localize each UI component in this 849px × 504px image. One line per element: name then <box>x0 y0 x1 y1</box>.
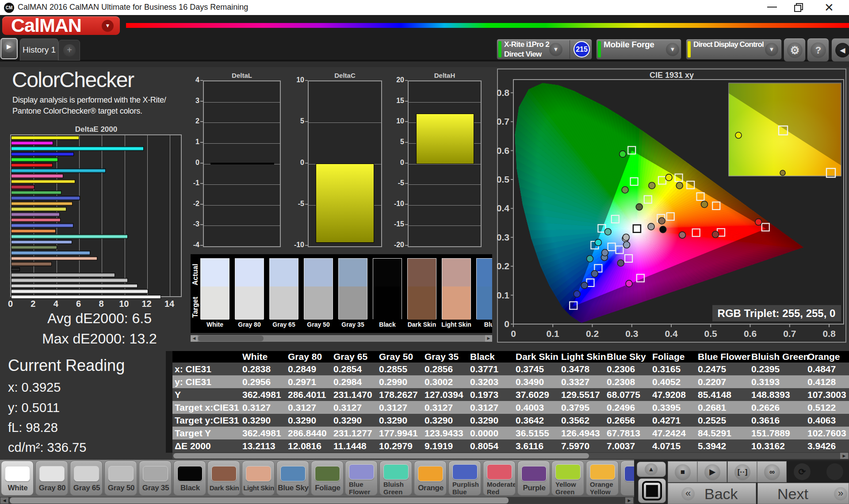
svg-text:0.4: 0.4 <box>497 203 509 213</box>
svg-text:0: 0 <box>511 328 516 339</box>
svg-text:0.5: 0.5 <box>497 174 509 184</box>
svg-text:0.3: 0.3 <box>625 328 638 339</box>
svg-text:RGB Triplet: 255, 255, 0: RGB Triplet: 255, 255, 0 <box>718 307 836 319</box>
svg-text:0.5: 0.5 <box>704 328 718 339</box>
svg-text:0.8: 0.8 <box>497 88 509 98</box>
svg-text:0.2: 0.2 <box>497 261 509 271</box>
svg-text:0.2: 0.2 <box>586 328 599 339</box>
svg-text:CIE 1931 xy: CIE 1931 xy <box>650 71 694 80</box>
svg-text:0.6: 0.6 <box>497 145 509 156</box>
svg-text:0.8: 0.8 <box>822 328 836 339</box>
svg-text:0.1: 0.1 <box>547 328 560 339</box>
svg-text:0.3: 0.3 <box>497 232 509 242</box>
svg-text:0.1: 0.1 <box>497 290 509 300</box>
svg-text:0.4: 0.4 <box>665 328 678 339</box>
svg-text:0.7: 0.7 <box>497 116 509 126</box>
svg-text:0.7: 0.7 <box>783 328 796 339</box>
svg-text:0.6: 0.6 <box>744 328 757 339</box>
svg-text:0: 0 <box>504 319 509 329</box>
